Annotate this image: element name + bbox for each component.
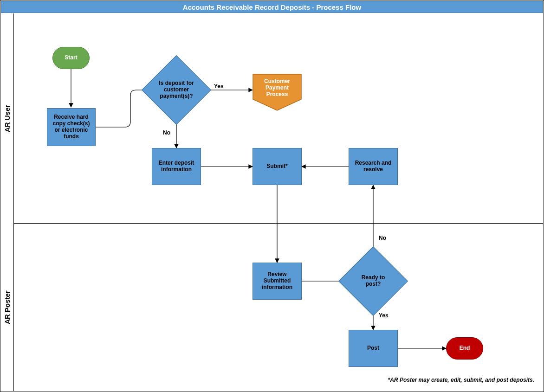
process-research-resolve: Research and resolve <box>349 148 398 185</box>
edge-label-yes-1: Yes <box>214 83 224 90</box>
process-submit: Submit* <box>253 148 302 185</box>
review-submitted-label: Review Submitted information <box>256 271 298 290</box>
receive-label: Receive hard copy check(s) or electronic… <box>50 114 92 140</box>
swimlanes: AR User AR Poster <box>1 13 543 391</box>
footnote: *AR Poster may create, edit, submit, and… <box>388 377 534 383</box>
decision-customer-label: Is deposit for customer payment(s)? <box>152 65 201 115</box>
process-enter-deposit-info: Enter deposit information <box>152 148 201 185</box>
research-resolve-label: Research and resolve <box>352 160 395 173</box>
customer-payment-process-label: Customer Payment Process <box>255 78 299 97</box>
title-text: Accounts Receivable Record Deposits - Pr… <box>183 3 361 11</box>
edge-label-yes-2: Yes <box>379 312 389 319</box>
submit-label: Submit* <box>266 163 287 170</box>
edge-label-no-2: No <box>379 235 386 241</box>
process-review-submitted: Review Submitted information <box>253 263 302 300</box>
lane-label-ar-poster: AR Poster <box>1 223 14 391</box>
enter-deposit-label: Enter deposit information <box>155 160 198 173</box>
decision-is-customer-payment: Is deposit for customer payment(s)? <box>152 65 201 115</box>
lane-label-ar-user: AR User <box>1 13 14 223</box>
process-receive-funds: Receive hard copy check(s) or electronic… <box>47 108 96 146</box>
process-post: Post <box>349 330 398 367</box>
lane-label-ar-poster-text: AR Poster <box>3 290 11 324</box>
post-label: Post <box>367 345 379 352</box>
end-label: End <box>460 345 470 352</box>
terminator-end: End <box>446 337 483 360</box>
lane-separator <box>14 223 543 224</box>
diagram-frame: Accounts Receivable Record Deposits - Pr… <box>0 0 544 392</box>
offpage-customer-payment-process: Customer Payment Process <box>253 74 302 111</box>
start-label: Start <box>65 55 77 61</box>
decision-ready-label: Ready to post? <box>349 257 398 306</box>
terminator-start: Start <box>52 47 90 69</box>
lane-label-ar-user-text: AR User <box>3 104 11 132</box>
title-bar: Accounts Receivable Record Deposits - Pr… <box>1 1 543 13</box>
edge-label-no-1: No <box>163 129 170 136</box>
decision-ready-to-post: Ready to post? <box>349 257 398 306</box>
